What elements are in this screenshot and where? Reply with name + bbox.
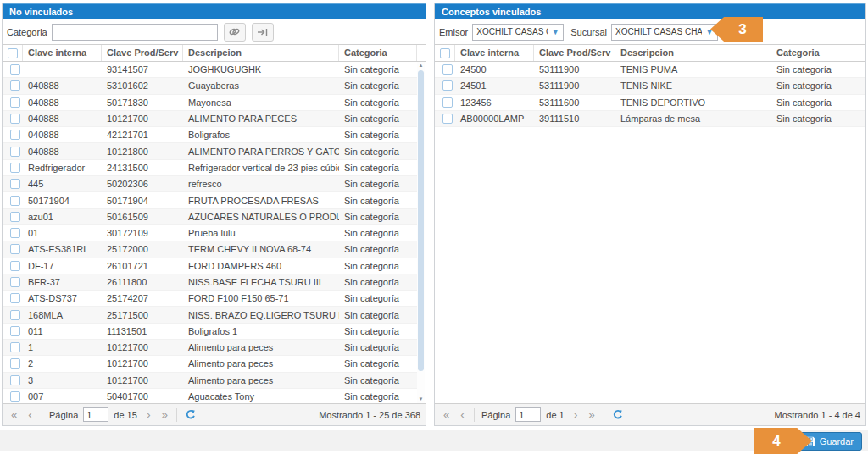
table-row[interactable]: 168MLA25171500NISS. BRAZO EQ.LIGERO TSUR… <box>3 307 418 323</box>
refresh-button[interactable] <box>185 409 196 420</box>
emisor-combobox[interactable]: XOCHILT CASAS CHAVEZ ▼ <box>472 24 564 41</box>
select-all-checkbox[interactable] <box>8 48 18 58</box>
row-checkbox[interactable] <box>10 326 20 336</box>
table-row[interactable]: 5017190450171904FRUTA PROCESADA FRESASSi… <box>3 192 418 208</box>
table-row[interactable]: 04088810121800ALIMENTO PARA PERROS Y GAT… <box>3 143 418 159</box>
table-row[interactable]: 01111131501Boligrafos 1Sin categoría <box>3 324 418 340</box>
table-row[interactable]: 04088810121700ALIMENTO PARA PECESSin cat… <box>3 111 418 127</box>
table-row[interactable]: 04088842121701BoligrafosSin categoría <box>3 127 418 143</box>
row-checkbox-cell <box>3 293 23 303</box>
cell: Redfrigerador <box>23 163 102 173</box>
prev-page-button[interactable]: ‹ <box>24 409 36 421</box>
column-header-categoria[interactable]: Categoria <box>339 45 417 61</box>
scroll-up-icon[interactable]: ▲ <box>417 62 425 69</box>
row-checkbox[interactable] <box>10 391 20 402</box>
last-page-button[interactable]: » <box>586 409 598 421</box>
table-row[interactable]: 210121700Alimento para pecesSin categorí… <box>3 356 418 372</box>
scrollbar-thumb[interactable] <box>418 70 424 371</box>
row-checkbox[interactable] <box>10 277 20 287</box>
cell: Sin categoría <box>339 293 417 303</box>
select-all-checkbox[interactable] <box>440 48 450 58</box>
row-checkbox[interactable] <box>10 310 20 320</box>
table-row[interactable]: 2450153111900TENIS NIKESin categoría <box>435 78 865 94</box>
row-checkbox[interactable] <box>10 358 20 369</box>
category-input[interactable] <box>52 24 218 41</box>
row-checkbox-cell <box>3 375 23 385</box>
row-checkbox-cell <box>435 80 455 91</box>
vertical-scrollbar[interactable]: ▲ ▼ <box>417 62 425 403</box>
chevron-down-icon[interactable]: ▼ <box>548 25 563 40</box>
row-checkbox[interactable] <box>10 97 20 108</box>
table-row[interactable]: 12345653111600TENIS DEPORTIVOSin categor… <box>435 95 865 111</box>
row-checkbox[interactable] <box>10 261 20 271</box>
sucursal-combobox[interactable]: XOCHILT CASAS CHAVEZ ▼ <box>611 24 718 41</box>
column-header-clave-interna[interactable]: Clave interna <box>455 45 534 61</box>
row-checkbox[interactable] <box>10 212 20 222</box>
row-checkbox[interactable] <box>10 196 20 206</box>
cell: Sin categoría <box>771 97 865 108</box>
row-checkbox[interactable] <box>442 80 453 91</box>
row-checkbox[interactable] <box>10 147 20 157</box>
table-row[interactable]: ATS-ES381RL25172000TERM CHEVY II NOVA 68… <box>3 241 418 258</box>
column-header-descripcion[interactable]: Descripcion <box>183 45 339 61</box>
page-number-input[interactable] <box>515 407 541 422</box>
table-row[interactable]: AB00000LAMP39111510Lámparas de mesaSin c… <box>435 111 865 127</box>
table-row[interactable]: ATS-DS73725174207FORD F100 F150 65-71Sin… <box>3 291 418 307</box>
row-checkbox[interactable] <box>10 228 20 238</box>
row-checkbox[interactable] <box>442 97 453 108</box>
scroll-down-icon[interactable]: ▼ <box>417 396 425 403</box>
first-page-button[interactable]: « <box>440 409 453 421</box>
row-checkbox[interactable] <box>10 179 20 189</box>
row-checkbox-cell <box>3 130 23 140</box>
table-row[interactable]: 110121700Alimento para pecesSin categorí… <box>3 340 418 356</box>
column-header-clave-prodserv[interactable]: Clave Prod/Serv <box>102 45 183 61</box>
last-page-button[interactable]: » <box>159 409 171 421</box>
table-row[interactable]: 04088853101602GuayaberasSin categoría <box>3 78 418 94</box>
row-checkbox[interactable] <box>10 163 20 173</box>
link-button[interactable] <box>224 23 246 42</box>
column-header-clave-interna[interactable]: Clave interna <box>23 45 102 61</box>
row-checkbox[interactable] <box>10 293 20 303</box>
table-row[interactable]: 310121700Alimento para pecesSin categorí… <box>3 373 418 389</box>
cell: 53111900 <box>534 80 615 91</box>
select-all-checkbox-cell <box>3 45 23 61</box>
row-checkbox[interactable] <box>442 114 453 124</box>
refresh-button[interactable] <box>612 409 623 420</box>
column-header-descripcion[interactable]: Descripcion <box>615 45 771 61</box>
cell: 445 <box>23 179 102 189</box>
cell: 24500 <box>455 64 534 75</box>
table-row[interactable]: Redfrigerador24131500Refrigerador vertic… <box>3 160 418 176</box>
table-row[interactable]: 04088850171830MayonesaSin categoría <box>3 95 418 111</box>
column-header-clave-prodserv[interactable]: Clave Prod/Serv <box>534 45 615 61</box>
table-row[interactable]: 44550202306refrescoSin categoría <box>3 176 418 192</box>
next-page-button[interactable]: › <box>142 409 155 421</box>
page-number-input[interactable] <box>83 407 108 422</box>
page-label: Página <box>481 410 510 420</box>
table-row[interactable]: azu0150161509AZUCARES NATURALES O PRODUC… <box>3 209 418 225</box>
table-row[interactable]: 0130172109Prueba luluSin categoría <box>3 225 418 241</box>
row-checkbox[interactable] <box>10 64 20 75</box>
cell: Sin categoría <box>339 212 417 222</box>
next-page-button[interactable]: › <box>570 409 582 421</box>
row-checkbox[interactable] <box>10 244 20 254</box>
cell: ALIMENTO PARA PERROS Y GATOS <box>183 147 339 157</box>
row-checkbox[interactable] <box>10 114 20 124</box>
table-row[interactable]: 00750401700Aguacates TonySin categoría <box>3 389 418 403</box>
column-header-categoria[interactable]: Categoria <box>771 45 865 61</box>
table-row[interactable]: DF-1726101721FORD DAMPERS 460Sin categor… <box>3 258 418 274</box>
prev-page-button[interactable]: ‹ <box>456 409 469 421</box>
first-page-button[interactable]: « <box>8 409 20 421</box>
cell: 53111900 <box>534 64 615 75</box>
table-row[interactable]: 2450053111900TENIS PUMASin categoría <box>435 62 865 78</box>
row-checkbox[interactable] <box>10 80 20 91</box>
row-checkbox[interactable] <box>10 342 20 352</box>
table-row[interactable]: 93141507JOGHKUGUGHKSin categoría <box>3 62 418 78</box>
cell: Sin categoría <box>339 342 417 352</box>
row-checkbox[interactable] <box>10 130 20 140</box>
paging-status: Mostrando 1 - 4 de 4 <box>774 410 860 420</box>
row-checkbox[interactable] <box>10 375 20 385</box>
row-checkbox[interactable] <box>442 64 453 75</box>
cell: Sin categoría <box>771 64 865 75</box>
table-row[interactable]: BFR-3726111800NISS.BASE FLECHA TSURU III… <box>3 274 418 291</box>
move-right-button[interactable] <box>252 23 274 42</box>
